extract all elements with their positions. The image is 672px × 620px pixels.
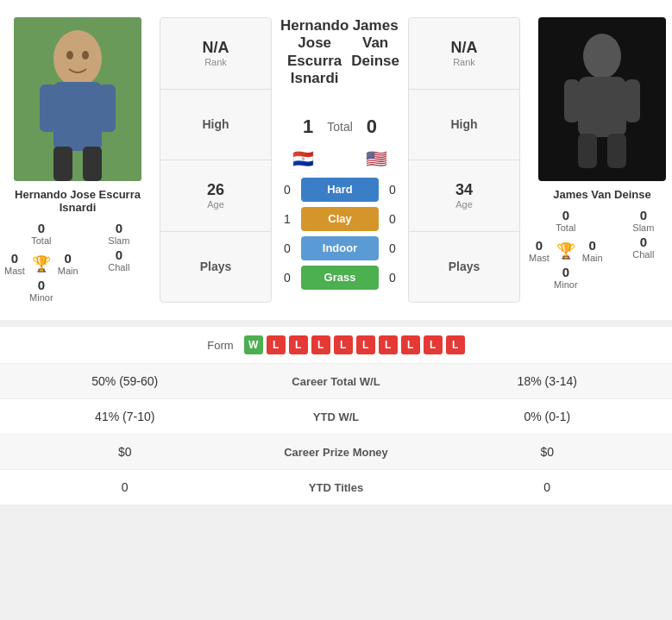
stat-total-left: 0 Total (4, 221, 79, 246)
left-rank-row: N/A Rank (160, 18, 271, 90)
stat-row-prize: $0 Career Prize Money $0 (0, 435, 672, 470)
svg-rect-6 (83, 147, 102, 181)
player-left-stats: 0 Total 0 Slam 0 Mast 🏆 0 Main (4, 221, 151, 303)
svg-rect-11 (564, 79, 580, 122)
svg-point-9 (583, 34, 621, 78)
prize-label: Career Prize Money (250, 435, 423, 469)
left-high-row: High (160, 90, 271, 161)
svg-rect-5 (53, 147, 72, 181)
stat-slam-left: 0 Slam (87, 221, 151, 246)
stat-slam-right: 0 Slam (612, 208, 672, 233)
career-wl-left: 50% (59-60) (0, 364, 250, 398)
titles-right: 0 (423, 470, 673, 504)
stat-chall-right: 0 Chall (612, 235, 672, 263)
ytd-wl-right: 0% (0-1) (423, 399, 673, 434)
trophy-icon-right: 🏆 (556, 241, 575, 260)
score-row: 1 Total 0 (298, 116, 382, 138)
svg-rect-2 (53, 82, 102, 151)
stat-minor-right: 0 Minor (529, 265, 603, 290)
surface-row-hard: 0 Hard 0 (280, 178, 399, 202)
surface-row-clay: 1 Clay 0 (280, 207, 399, 231)
titles-label: YTD Titles (250, 471, 423, 504)
player-right-name: James Van Deinse (553, 188, 650, 201)
form-badge-l2: L (289, 335, 308, 354)
form-badge-l7: L (401, 335, 420, 354)
right-high-row: High (409, 90, 519, 161)
player-right-photo (538, 17, 666, 181)
prize-left: $0 (0, 435, 250, 469)
ytd-wl-left: 41% (7-10) (0, 399, 250, 434)
stat-row-titles: 0 YTD Titles 0 (0, 470, 672, 505)
right-rank-row: N/A Rank (409, 18, 519, 90)
right-plays-row: Plays (409, 232, 519, 303)
svg-rect-10 (578, 77, 626, 137)
svg-rect-4 (98, 85, 116, 132)
svg-rect-13 (578, 134, 597, 168)
left-stats-panel: N/A Rank High 26 Age Plays (160, 17, 272, 303)
prize-right: $0 (423, 435, 673, 469)
form-label: Form (207, 339, 233, 352)
surface-row-indoor: 0 Indoor 0 (280, 236, 399, 260)
player-left-photo (14, 17, 141, 181)
surface-badge-grass: Grass (301, 266, 379, 290)
form-badge-l8: L (424, 335, 443, 354)
form-badge-l1: L (267, 335, 286, 354)
player-left: Hernando Jose Escurra Isnardi 0 Total 0 … (0, 9, 155, 311)
flag-left: 🇵🇾 (292, 148, 314, 169)
right-center-name: James Van Deinse (351, 17, 399, 70)
stat-minor-left: 0 Minor (4, 278, 79, 303)
career-wl-label: Career Total W/L (250, 365, 423, 398)
left-plays-row: Plays (160, 232, 271, 303)
silhouette-svg (559, 30, 645, 168)
surface-badge-clay: Clay (301, 207, 379, 231)
player-right: James Van Deinse 0 Total 0 Slam 0 Mast 🏆 (524, 9, 672, 311)
right-age-row: 34 Age (409, 160, 519, 232)
svg-point-7 (66, 51, 73, 59)
ytd-wl-label: YTD W/L (250, 400, 423, 434)
form-badge-l6: L (379, 335, 398, 354)
stat-chall-left: 0 Chall (87, 247, 151, 276)
svg-point-8 (82, 51, 89, 59)
stat-row-ytd-wl: 41% (7-10) YTD W/L 0% (0-1) (0, 399, 672, 435)
titles-left: 0 (0, 470, 250, 504)
stat-total-right: 0 Total (529, 208, 603, 233)
player-right-stats: 0 Total 0 Slam 0 Mast 🏆 0 Main (529, 208, 672, 290)
career-wl-right: 18% (3-14) (423, 364, 673, 398)
form-badge-l9: L (446, 335, 465, 354)
trophy-mast-right: 0 Mast 🏆 0 Main (529, 238, 603, 263)
top-section: Hernando Jose Escurra Isnardi 0 Total 0 … (0, 0, 672, 320)
form-badge-l5: L (356, 335, 375, 354)
player-left-name: Hernando Jose Escurra Isnardi (4, 188, 151, 214)
flag-right: 🇺🇸 (366, 148, 387, 169)
bottom-section: Form W L L L L L L L L L 50% (59-60) Car… (0, 327, 672, 505)
trophy-mast-left: 0 Mast 🏆 0 Main (4, 251, 79, 276)
surface-badge-hard: Hard (301, 178, 379, 202)
surface-row-grass: 0 Grass 0 (280, 266, 399, 290)
left-center-name: Hernando Jose Escurra Isnardi (280, 17, 349, 88)
form-badge-l4: L (334, 335, 353, 354)
form-badge-w: W (244, 335, 263, 354)
center-col: Hernando Jose Escurra Isnardi James Van … (276, 9, 404, 311)
left-age-row: 26 Age (160, 160, 271, 232)
svg-rect-3 (40, 85, 57, 132)
form-badge-l3: L (311, 335, 330, 354)
surface-badge-indoor: Indoor (301, 236, 379, 260)
svg-rect-14 (607, 134, 626, 168)
trophy-icon-left: 🏆 (32, 254, 51, 273)
stat-row-career-wl: 50% (59-60) Career Total W/L 18% (3-14) (0, 364, 672, 399)
svg-point-1 (53, 30, 102, 87)
svg-rect-12 (625, 79, 640, 122)
form-row: Form W L L L L L L L L L (0, 327, 672, 364)
surface-rows: 0 Hard 0 1 Clay 0 0 Indoor 0 (280, 178, 399, 290)
main-container: Hernando Jose Escurra Isnardi 0 Total 0 … (0, 0, 672, 505)
right-stats-panel: N/A Rank High 34 Age Plays (408, 17, 520, 303)
